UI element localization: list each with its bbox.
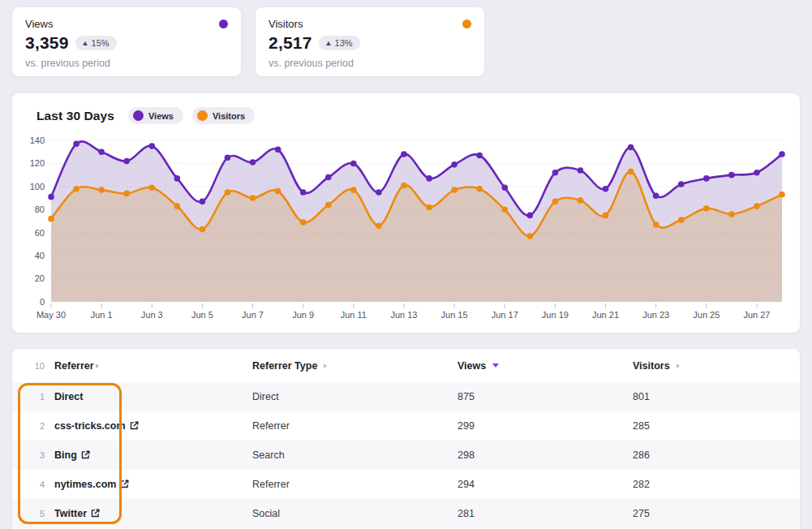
visitors-data-point[interactable] bbox=[703, 205, 710, 212]
views-value: 294 bbox=[458, 479, 475, 490]
visitors-data-point[interactable] bbox=[275, 188, 281, 195]
views-data-point[interactable] bbox=[754, 170, 760, 176]
sort-arrow-icon bbox=[96, 363, 99, 368]
row-count-label: 10 bbox=[27, 361, 45, 371]
referrer-cell: 1 Direct bbox=[27, 391, 252, 402]
views-data-point[interactable] bbox=[578, 167, 584, 174]
views-data-point[interactable] bbox=[426, 175, 432, 182]
views-data-point[interactable] bbox=[628, 144, 634, 151]
visitors-data-point[interactable] bbox=[678, 217, 685, 223]
views-data-point[interactable] bbox=[148, 143, 155, 149]
views-data-point[interactable] bbox=[703, 175, 710, 182]
views-data-point[interactable] bbox=[779, 151, 785, 157]
views-data-point[interactable] bbox=[98, 148, 105, 155]
visitors-data-point[interactable] bbox=[401, 183, 407, 189]
visitors-data-point[interactable] bbox=[250, 195, 256, 201]
views-data-point[interactable] bbox=[501, 184, 508, 191]
stat-label: Visitors bbox=[269, 18, 303, 30]
visitors-data-point[interactable] bbox=[451, 187, 458, 193]
visitors-data-point[interactable] bbox=[325, 202, 332, 209]
views-data-point[interactable] bbox=[174, 175, 181, 182]
column-header-referrer-type[interactable]: Referrer Type bbox=[252, 360, 458, 372]
referrer-type: Referrer bbox=[252, 420, 290, 432]
visitors-data-point[interactable] bbox=[200, 226, 206, 233]
visitors-data-point[interactable] bbox=[148, 184, 155, 191]
views-data-point[interactable] bbox=[200, 199, 206, 205]
visitors-data-point[interactable] bbox=[501, 206, 508, 213]
visitors-data-point[interactable] bbox=[98, 187, 105, 193]
views-data-point[interactable] bbox=[250, 159, 256, 166]
legend-pill-visitors[interactable]: Visitors bbox=[192, 107, 255, 124]
visitors-data-point[interactable] bbox=[350, 187, 357, 193]
referrer-link[interactable]: Bing bbox=[54, 449, 90, 461]
table-header-row: 10 Referrer Referrer Type Views Visitors bbox=[12, 349, 800, 382]
visitors-data-point[interactable] bbox=[728, 211, 735, 217]
views-data-point[interactable] bbox=[225, 155, 231, 161]
visitors-data-point[interactable] bbox=[628, 169, 634, 175]
views-data-point[interactable] bbox=[476, 153, 483, 159]
x-tick-label: May 30 bbox=[37, 310, 66, 320]
visitors-data-point[interactable] bbox=[779, 191, 785, 198]
referrer-type-cell: Search bbox=[252, 449, 458, 461]
views-data-point[interactable] bbox=[527, 213, 534, 219]
stat-label: Views bbox=[25, 18, 53, 30]
visitors-data-point[interactable] bbox=[603, 213, 609, 219]
delta-value: 15% bbox=[92, 38, 110, 48]
visitors-data-point[interactable] bbox=[300, 219, 307, 226]
referrer-link[interactable]: Twitter bbox=[54, 508, 100, 519]
stat-card-visitors[interactable]: Visitors 2,517 13% vs. previous period bbox=[255, 6, 485, 77]
referrer-type-cell: Referrer bbox=[252, 420, 458, 432]
views-data-point[interactable] bbox=[376, 189, 382, 196]
x-tick-label: Jun 23 bbox=[642, 310, 669, 320]
visitors-data-point[interactable] bbox=[73, 186, 79, 192]
visitors-data-point[interactable] bbox=[174, 203, 181, 209]
column-header-referrer[interactable]: 10 Referrer bbox=[27, 360, 252, 372]
visitors-data-point[interactable] bbox=[754, 203, 760, 209]
visitors-data-point[interactable] bbox=[123, 191, 130, 197]
legend-pill-views[interactable]: Views bbox=[128, 107, 183, 124]
visitors-data-point[interactable] bbox=[426, 204, 432, 211]
referrer-link[interactable]: nytimes.com bbox=[54, 479, 129, 490]
views-data-point[interactable] bbox=[325, 174, 332, 181]
views-data-point[interactable] bbox=[300, 189, 307, 196]
stat-card-views[interactable]: Views 3,359 15% vs. previous period bbox=[11, 6, 242, 77]
visitors-data-point[interactable] bbox=[527, 233, 534, 239]
x-tick-label: Jun 25 bbox=[693, 310, 720, 320]
views-data-point[interactable] bbox=[603, 186, 609, 192]
referrer-type-cell: Social bbox=[252, 508, 458, 519]
x-tick-label: Jun 15 bbox=[441, 310, 468, 320]
referrer-type: Search bbox=[252, 449, 285, 461]
views-data-point[interactable] bbox=[678, 181, 685, 187]
views-data-point[interactable] bbox=[552, 170, 559, 176]
column-header-views[interactable]: Views bbox=[458, 360, 633, 372]
views-data-point[interactable] bbox=[451, 161, 458, 168]
table-body: 1 Direct Direct 875 801 2 css-tricks.com… bbox=[12, 382, 800, 528]
views-data-point[interactable] bbox=[350, 161, 357, 167]
referrer-link[interactable]: css-tricks.com bbox=[54, 420, 139, 432]
timeseries-chart[interactable]: 020406080100120140May 30Jun 1Jun 3Jun 5J… bbox=[12, 130, 801, 333]
views-value: 299 bbox=[458, 420, 475, 432]
visitors-data-point[interactable] bbox=[552, 199, 559, 205]
column-header-visitors[interactable]: Visitors bbox=[633, 360, 785, 372]
x-tick-label: Jun 5 bbox=[191, 310, 213, 320]
views-data-point[interactable] bbox=[275, 147, 281, 153]
visitors-data-point[interactable] bbox=[48, 216, 54, 222]
x-tick-label: Jun 13 bbox=[390, 310, 417, 320]
visitors-data-point[interactable] bbox=[578, 197, 584, 204]
views-data-point[interactable] bbox=[728, 172, 735, 178]
visitors-data-point[interactable] bbox=[376, 222, 382, 229]
visitors-cell: 286 bbox=[633, 449, 785, 461]
visitors-value: 285 bbox=[633, 420, 650, 432]
views-data-point[interactable] bbox=[653, 192, 659, 199]
visitors-data-point[interactable] bbox=[653, 221, 659, 228]
visitors-data-point[interactable] bbox=[476, 186, 483, 192]
views-data-point[interactable] bbox=[73, 140, 79, 147]
views-data-point[interactable] bbox=[123, 158, 130, 165]
visitors-data-point[interactable] bbox=[225, 189, 231, 196]
stat-value: 3,359 bbox=[25, 33, 69, 53]
views-data-point[interactable] bbox=[401, 151, 407, 157]
referrer-link[interactable]: Direct bbox=[54, 391, 83, 402]
referrer-cell: 2 css-tricks.com bbox=[27, 420, 252, 432]
x-tick-label: Jun 17 bbox=[492, 310, 518, 320]
views-data-point[interactable] bbox=[48, 194, 54, 200]
